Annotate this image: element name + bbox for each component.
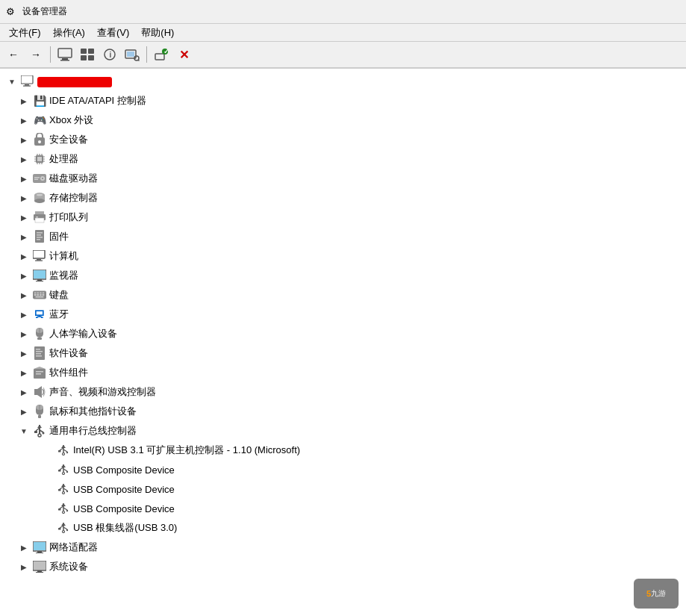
tree-item-print[interactable]: 打印队列	[0, 208, 686, 227]
scan-button[interactable]	[122, 44, 143, 65]
tree-item-xbox[interactable]: 🎮 Xbox 外设	[0, 111, 686, 130]
tree-item-softcomp[interactable]: 软件组件	[0, 363, 686, 382]
svg-rect-100	[58, 450, 61, 452]
tree-item-ide[interactable]: 💾 IDE ATA/ATAPI 控制器	[0, 91, 686, 111]
tree-item-usb-composite-3[interactable]: USB Composite Device	[0, 499, 686, 518]
usb-child-icon-0	[57, 444, 70, 457]
tree-item-mouse[interactable]: 鼠标和其他指针设备	[0, 402, 686, 421]
tree-item-storage[interactable]: 存储控制器	[0, 188, 686, 208]
menu-help[interactable]: 帮助(H)	[135, 25, 180, 41]
network-chevron	[18, 541, 30, 553]
svg-point-115	[66, 491, 68, 492]
keyboard-label: 键盘	[49, 288, 69, 302]
svg-rect-114	[58, 489, 61, 491]
svg-marker-83	[34, 389, 37, 395]
tree-item-softdev[interactable]: 软件设备	[0, 343, 686, 363]
back-button[interactable]: ←	[3, 44, 24, 65]
redacted-hostname	[37, 77, 112, 87]
usb-label: 通用串行总线控制器	[49, 424, 137, 438]
network-icon	[33, 541, 46, 554]
device-tree: 💾 IDE ATA/ATAPI 控制器 🎮 Xbox 外设 安全设备	[0, 69, 686, 616]
update-driver-button[interactable]: ✓	[151, 44, 172, 65]
category-button[interactable]	[77, 44, 98, 65]
root-chevron	[6, 75, 18, 87]
cpu-icon	[33, 152, 46, 166]
svg-point-20	[38, 140, 41, 143]
usb-child-icon-3	[57, 502, 70, 515]
tree-item-system[interactable]: 系统设备	[0, 557, 686, 576]
svg-rect-0	[58, 49, 72, 57]
menu-file[interactable]: 文件(F)	[3, 25, 47, 41]
tree-item-firmware[interactable]: 固件	[0, 227, 686, 246]
bluetooth-icon: ⯳	[33, 308, 46, 321]
tree-item-monitor[interactable]: 监视器	[0, 266, 686, 285]
svg-point-122	[66, 510, 68, 511]
tree-item-audio[interactable]: 声音、视频和游戏控制器	[0, 382, 686, 402]
tree-root[interactable]	[0, 72, 686, 91]
forward-button[interactable]: →	[25, 44, 46, 65]
tree-item-usb-intel[interactable]: Intel(R) USB 3.1 可扩展主机控制器 - 1.10 (Micros…	[0, 441, 686, 460]
menu-view[interactable]: 查看(V)	[91, 25, 135, 41]
svg-point-129	[66, 529, 68, 531]
tree-item-cpu[interactable]: 处理器	[0, 149, 686, 169]
svg-rect-10	[127, 52, 134, 57]
svg-rect-137	[37, 570, 42, 572]
svg-rect-22	[37, 157, 42, 161]
menu-action[interactable]: 操作(A)	[47, 25, 91, 41]
svg-rect-67	[40, 294, 42, 296]
hid-label: 人体学输入设备	[49, 327, 117, 340]
svg-rect-55	[35, 261, 43, 261]
svg-rect-52	[37, 239, 40, 240]
cpu-chevron	[18, 153, 30, 165]
remove-button[interactable]: ✕	[173, 44, 194, 65]
firmware-icon	[33, 230, 46, 243]
mouse-chevron	[18, 405, 30, 417]
tree-item-security[interactable]: 安全设备	[0, 130, 686, 149]
computer-icon2	[33, 249, 46, 263]
svg-rect-82	[36, 373, 41, 375]
tree-item-usb-hub[interactable]: USB 根集线器(USB 3.0)	[0, 518, 686, 538]
hid-icon	[33, 327, 46, 340]
firmware-label: 固件	[49, 230, 69, 243]
softdev-icon	[33, 346, 46, 360]
disk-icon	[33, 172, 46, 185]
bluetooth-label: 蓝牙	[49, 308, 69, 321]
svg-rect-6	[88, 55, 94, 60]
toolbar-separator-2	[146, 46, 147, 63]
tree-item-usb[interactable]: 通用串行总线控制器	[0, 421, 686, 441]
monitor-chevron	[18, 270, 30, 281]
tree-item-usb-composite-2[interactable]: USB Composite Device	[0, 479, 686, 499]
tree-item-keyboard[interactable]: 键盘	[0, 285, 686, 305]
softcomp-label: 软件组件	[49, 366, 88, 379]
svg-rect-77	[36, 353, 41, 355]
computer-chevron	[18, 250, 30, 262]
svg-rect-47	[36, 217, 38, 218]
tree-item-disk[interactable]: 磁盘驱动器	[0, 169, 686, 188]
audio-label: 声音、视频和游戏控制器	[49, 385, 156, 399]
tree-item-network[interactable]: 网络适配器	[0, 538, 686, 557]
svg-rect-59	[36, 281, 43, 281]
tree-item-computer[interactable]: 计算机	[0, 246, 686, 266]
xbox-label: Xbox 外设	[49, 113, 93, 127]
audio-icon	[33, 385, 46, 399]
svg-rect-46	[35, 218, 44, 223]
security-label: 安全设备	[49, 133, 88, 146]
usb-hub-icon	[57, 521, 70, 535]
svg-marker-104	[61, 464, 66, 467]
show-computer-button[interactable]	[54, 44, 75, 65]
menu-bar: 文件(F) 操作(A) 查看(V) 帮助(H)	[0, 24, 686, 42]
svg-rect-16	[21, 75, 33, 84]
network-label: 网络适配器	[49, 541, 98, 554]
svg-marker-84	[37, 386, 42, 398]
tree-item-hid[interactable]: 人体学输入设备	[0, 324, 686, 343]
usb-intel-label: Intel(R) USB 3.1 可扩展主机控制器 - 1.10 (Micros…	[73, 444, 300, 457]
properties-button[interactable]: i	[99, 44, 120, 65]
svg-rect-132	[34, 542, 46, 550]
svg-marker-97	[61, 445, 66, 448]
svg-marker-80	[34, 367, 46, 369]
tree-item-usb-composite-1[interactable]: USB Composite Device	[0, 460, 686, 479]
toolbar-separator-1	[50, 46, 51, 63]
svg-marker-111	[61, 484, 66, 487]
svg-rect-48	[35, 230, 44, 243]
tree-item-bluetooth[interactable]: ⯳ 蓝牙	[0, 305, 686, 324]
